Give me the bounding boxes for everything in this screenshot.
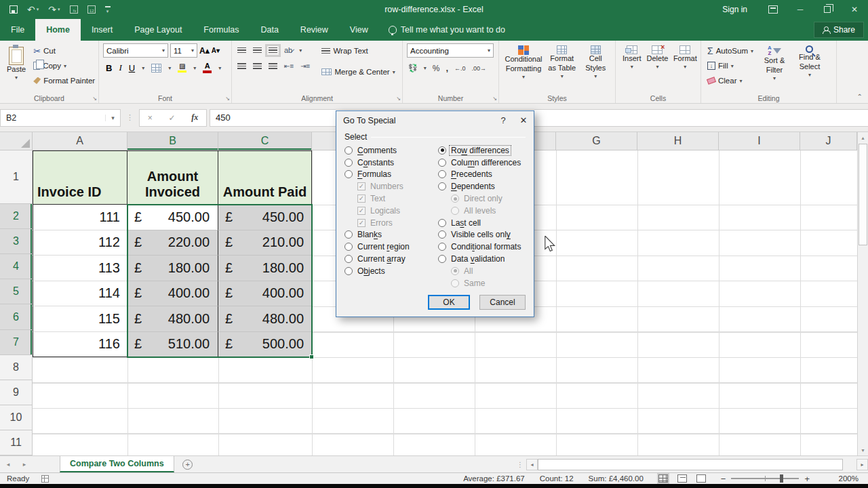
radio-icon[interactable] (344, 267, 353, 275)
fill-color-button[interactable]: ▨ (178, 63, 186, 73)
option-same[interactable]: Same (438, 277, 526, 289)
decrease-decimal-button[interactable]: .00→ (472, 65, 487, 72)
radio-icon[interactable] (438, 255, 446, 263)
align-top-button[interactable] (237, 47, 246, 54)
option-current-region[interactable]: Current region (344, 241, 438, 253)
option-last-cell[interactable]: Last cell (438, 217, 526, 229)
cell-b1[interactable]: Amount Invoiced (127, 150, 218, 205)
undo-button[interactable]: ↶▾ (27, 5, 39, 14)
font-dialog-launcher[interactable]: ↘ (225, 96, 230, 102)
option-text[interactable]: ✓Text (344, 192, 438, 205)
new-sheet-button[interactable]: + (174, 456, 201, 472)
zoom-out-button[interactable]: − (721, 474, 726, 484)
increase-decimal-button[interactable]: ←.0 (454, 65, 466, 72)
alignment-dialog-launcher[interactable]: ↘ (396, 96, 401, 102)
align-left-button[interactable] (237, 63, 246, 69)
format-as-table-button[interactable]: Format as Table▾ (544, 43, 580, 83)
option-conditional-formats[interactable]: Conditional formats (438, 241, 526, 253)
cell-b4[interactable]: £180.00 (127, 256, 218, 281)
align-middle-button[interactable] (253, 47, 262, 54)
font-name-combo[interactable]: Calibri▾ (103, 43, 168, 58)
row-header-6[interactable]: 6 (0, 304, 33, 329)
radio-icon-selected[interactable] (438, 146, 446, 155)
clipboard-dialog-launcher[interactable]: ↘ (92, 96, 97, 102)
radio-icon[interactable] (344, 159, 353, 167)
cell-a4[interactable]: 113 (33, 256, 127, 281)
cell-a6[interactable]: 115 (33, 306, 127, 332)
comma-style-button[interactable]: , (446, 63, 448, 73)
save-button[interactable] (9, 5, 18, 14)
cancel-entry-button[interactable]: × (148, 113, 153, 123)
cell-c6[interactable]: £480.00 (218, 306, 312, 332)
page-break-view-button[interactable] (696, 474, 706, 483)
radio-icon[interactable] (438, 230, 446, 239)
column-header-c[interactable]: C (218, 132, 312, 150)
tell-me-box[interactable]: Tell me what you want to do (379, 19, 515, 41)
scroll-left-icon[interactable]: ◂ (526, 459, 538, 470)
sort-filter-button[interactable]: AZ Sort & Filter▾ (758, 43, 791, 88)
option-dependents[interactable]: Dependents (438, 180, 526, 192)
radio-icon[interactable] (438, 159, 446, 167)
tab-formulas[interactable]: Formulas (193, 19, 250, 41)
cell-c1[interactable]: Amount Paid (218, 150, 312, 205)
radio-icon[interactable] (344, 230, 353, 239)
scroll-right-icon[interactable]: ▸ (856, 459, 868, 470)
name-box[interactable]: B2 ▾ (0, 109, 121, 127)
dialog-close-button[interactable]: ✕ (513, 111, 534, 129)
option-data-validation[interactable]: Data validation (438, 253, 526, 265)
format-cells-button[interactable]: Format▾ (671, 43, 699, 73)
cell-b7[interactable]: £510.00 (127, 332, 218, 358)
autosum-button[interactable]: ΣAutoSum▾ (705, 43, 755, 58)
macro-record-icon[interactable] (41, 475, 49, 483)
tab-review[interactable]: Review (290, 19, 339, 41)
cell-a5[interactable]: 114 (33, 281, 127, 307)
redo-button[interactable]: ↷▾ (48, 5, 60, 14)
enter-entry-button[interactable]: ✓ (168, 113, 175, 123)
row-header-8[interactable]: 8 (0, 355, 33, 380)
ok-button[interactable]: OK (428, 295, 470, 310)
page-layout-view-button[interactable] (677, 474, 687, 483)
italic-button[interactable]: I (119, 62, 121, 73)
cell-b5[interactable]: £400.00 (127, 281, 218, 307)
paste-button[interactable]: Paste ▾ (4, 43, 28, 88)
option-row-differences[interactable]: Row differences (438, 144, 526, 157)
bold-button[interactable]: B (106, 63, 112, 73)
clear-button[interactable]: Clear▾ (705, 73, 755, 88)
font-color-button[interactable]: A (203, 62, 212, 73)
percent-style-button[interactable]: % (433, 64, 440, 73)
scrollbar-splitter[interactable]: ⋮ (517, 461, 524, 468)
sign-in-link[interactable]: Sign in (710, 5, 760, 14)
cell-c5[interactable]: £400.00 (218, 281, 312, 307)
radio-icon[interactable] (344, 255, 353, 263)
radio-icon[interactable] (438, 243, 446, 251)
option-current-array[interactable]: Current array (344, 253, 438, 265)
align-bottom-button[interactable] (269, 47, 277, 54)
checkbox-icon[interactable]: ✓ (357, 182, 366, 190)
vertical-scrollbar[interactable]: ▴ ▾ (857, 132, 868, 455)
qat-custom-button-1[interactable]: fx (70, 5, 78, 14)
option-comments[interactable]: Comments (344, 144, 438, 157)
dialog-title-bar[interactable]: Go To Special ? ✕ (336, 111, 534, 129)
cell-a2[interactable]: 111 (33, 205, 127, 230)
delete-cells-button[interactable]: Delete▾ (644, 43, 671, 73)
row-header-7[interactable]: 7 (0, 330, 33, 355)
borders-icon[interactable] (151, 64, 161, 73)
tab-page-layout[interactable]: Page Layout (123, 19, 193, 41)
column-header-i[interactable]: I (719, 132, 800, 150)
sheet-tab-active[interactable]: Compare Two Columns (60, 456, 174, 472)
align-right-button[interactable] (269, 63, 277, 69)
zoom-in-button[interactable]: + (804, 474, 810, 484)
formula-input[interactable]: 450 (210, 109, 868, 127)
restore-button[interactable] (814, 0, 841, 19)
column-header-j[interactable]: J (800, 132, 857, 150)
radio-icon[interactable] (344, 243, 353, 251)
fill-button[interactable]: ↓Fill▾ (705, 58, 755, 73)
option-blanks[interactable]: Blanks (344, 229, 438, 241)
zoom-slider-thumb[interactable] (780, 474, 783, 483)
cell-c4[interactable]: £180.00 (218, 256, 312, 281)
number-format-combo[interactable]: Accounting▾ (407, 43, 494, 58)
orientation-button[interactable]: ab̷ (284, 46, 292, 54)
minimize-button[interactable]: ─ (787, 0, 814, 19)
radio-icon[interactable] (344, 146, 353, 155)
option-errors[interactable]: ✓Errors (344, 217, 438, 229)
